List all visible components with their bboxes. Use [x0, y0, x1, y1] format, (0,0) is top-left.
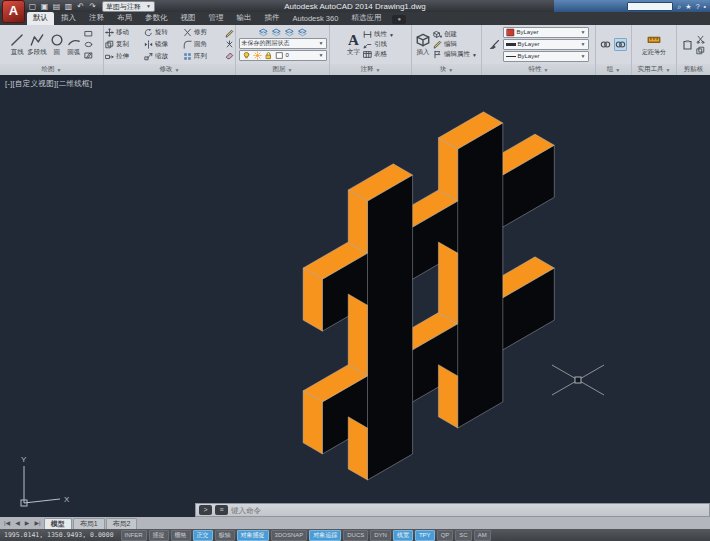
ribbon-tab-7[interactable]: 输出	[231, 12, 258, 25]
search-icon[interactable]: ⌕	[677, 1, 681, 12]
modify-tool-6[interactable]: 拉伸	[105, 52, 144, 61]
cut-icon[interactable]	[696, 35, 705, 44]
redo-icon[interactable]: ↷	[88, 1, 97, 12]
modify-tool-7[interactable]: 缩放	[144, 52, 183, 61]
match-properties-icon[interactable]	[489, 39, 500, 50]
save-icon[interactable]: ▤	[52, 1, 61, 12]
next-layout-icon[interactable]: ▶	[23, 518, 32, 529]
star-icon[interactable]: ★	[685, 1, 691, 12]
text-button[interactable]: A 文字	[347, 33, 360, 57]
object-color-dropdown[interactable]: ByLayer▼	[503, 27, 589, 38]
status-toggle-0[interactable]: INFER	[121, 530, 147, 541]
line-button[interactable]: 直线	[10, 33, 24, 57]
ribbon-options-icon[interactable]: ●	[392, 15, 406, 24]
edit-block-button[interactable]: 编辑	[433, 40, 477, 49]
layer-dropdown[interactable]: 0▼	[239, 50, 327, 61]
panel-label-modify[interactable]: 修改▼	[104, 64, 235, 75]
paste-icon[interactable]	[682, 39, 693, 50]
layer-off-icon[interactable]	[272, 28, 281, 37]
status-toggle-8[interactable]: DUCS	[343, 530, 368, 541]
modify-tool-3[interactable]: 复制	[105, 40, 144, 49]
viewport-controls[interactable]: [-][自定义视图][二维线框]	[5, 79, 92, 89]
status-toggle-10[interactable]: 线宽	[393, 530, 413, 541]
status-toggle-12[interactable]: QP	[437, 530, 454, 541]
layer-state-dropdown[interactable]: 未保存的图层状态▼	[239, 38, 327, 49]
layout-tab-2[interactable]: 布局2	[106, 518, 138, 529]
panel-label-layers[interactable]: 图层▼	[236, 64, 329, 75]
command-prompt-icon[interactable]: >	[199, 505, 212, 515]
hatch-icon[interactable]	[84, 51, 93, 60]
modify-tool-8[interactable]: 阵列	[183, 52, 222, 61]
app-menu-button[interactable]: A	[2, 0, 25, 23]
edit-attr-button[interactable]: 编辑属性▼	[433, 50, 477, 59]
circle-button[interactable]: 圆	[50, 33, 64, 57]
layer-isolate-icon[interactable]	[285, 28, 294, 37]
workspace-switcher[interactable]: 草图与注释 ▼	[102, 1, 155, 12]
layout-tab-0[interactable]: 模型	[44, 518, 72, 529]
ribbon-tab-6[interactable]: 管理	[203, 12, 230, 25]
panel-label-annotation[interactable]: 注释▼	[330, 64, 411, 75]
table-button[interactable]: 表格	[363, 50, 394, 59]
open-icon[interactable]: ▣	[40, 1, 49, 12]
layer-properties-icon[interactable]	[259, 28, 268, 37]
status-toggle-2[interactable]: 栅格	[171, 530, 191, 541]
modify-tool-2[interactable]: 修剪	[183, 28, 222, 37]
ellipse-icon[interactable]	[84, 40, 93, 49]
layer-freeze-icon[interactable]	[298, 28, 307, 37]
explode-icon[interactable]	[225, 40, 234, 49]
modify-tool-4[interactable]: 镜像	[144, 40, 183, 49]
modify-tool-5[interactable]: 圆角	[183, 40, 222, 49]
rectangle-icon[interactable]	[84, 29, 93, 38]
infocenter-search-input[interactable]	[627, 2, 673, 11]
modify-tool-1[interactable]: 旋转	[144, 28, 183, 37]
insert-block-button[interactable]: 插入	[416, 33, 430, 57]
ribbon-tab-8[interactable]: 插件	[259, 12, 286, 25]
plot-icon[interactable]: ▥	[64, 1, 73, 12]
panel-label-block[interactable]: 块▼	[412, 64, 481, 75]
modify-tool-0[interactable]: 移动	[105, 28, 144, 37]
panel-label-group[interactable]: 组▼	[596, 64, 631, 75]
last-layout-icon[interactable]: ▶|	[32, 518, 42, 529]
status-toggle-6[interactable]: 3DOSNAP	[271, 530, 308, 541]
panel-label-clipboard[interactable]: 剪贴板	[677, 64, 710, 75]
status-toggle-9[interactable]: DYN	[370, 530, 391, 541]
layout-tab-1[interactable]: 布局1	[73, 518, 105, 529]
ribbon-tab-2[interactable]: 注释	[83, 12, 110, 25]
command-customize-icon[interactable]: ≡	[215, 505, 228, 515]
lineweight-dropdown[interactable]: ByLayer▼	[503, 39, 589, 50]
status-toggle-13[interactable]: SC	[455, 530, 471, 541]
command-input[interactable]	[231, 505, 706, 516]
panel-label-utilities[interactable]: 实用工具▼	[632, 64, 676, 75]
new-icon[interactable]: ▢	[28, 1, 37, 12]
ribbon-tab-5[interactable]: 视图	[175, 12, 202, 25]
ribbon-tab-10[interactable]: 精选应用	[345, 12, 387, 25]
status-toggle-5[interactable]: 对象捕捉	[237, 530, 269, 541]
ribbon-tab-3[interactable]: 布局	[111, 12, 138, 25]
status-toggle-14[interactable]: AM	[474, 530, 491, 541]
prev-layout-icon[interactable]: ◀	[13, 518, 22, 529]
ribbon-tab-9[interactable]: Autodesk 360	[287, 13, 345, 25]
pencil-icon[interactable]	[225, 29, 234, 38]
polyline-button[interactable]: 多段线	[27, 33, 47, 57]
copy-small-icon[interactable]	[696, 46, 705, 55]
status-toggle-11[interactable]: TPY	[415, 530, 435, 541]
status-toggle-4[interactable]: 极轴	[215, 530, 235, 541]
measure-button[interactable]: 定距等分	[642, 33, 666, 57]
group-icon[interactable]	[600, 39, 611, 50]
help-icon[interactable]: ?	[696, 1, 700, 12]
arc-button[interactable]: 圆弧	[67, 33, 81, 57]
panel-label-draw[interactable]: 绘图▼	[0, 64, 103, 75]
first-layout-icon[interactable]: |◀	[2, 518, 12, 529]
linetype-dropdown[interactable]: ByLayer▼	[503, 51, 589, 62]
status-toggle-3[interactable]: 正交	[193, 530, 213, 541]
panel-label-properties[interactable]: 特性▼	[482, 64, 595, 75]
ribbon-tab-4[interactable]: 参数化	[139, 12, 174, 25]
ribbon-tab-1[interactable]: 插入	[55, 12, 82, 25]
ribbon-tab-0[interactable]: 默认	[27, 12, 54, 25]
model-space-canvas[interactable]: Y X	[0, 75, 710, 517]
linear-dim-button[interactable]: 线性▼	[363, 30, 394, 39]
status-toggle-1[interactable]: 捕捉	[149, 530, 169, 541]
undo-icon[interactable]: ↶	[76, 1, 85, 12]
create-block-button[interactable]: 创建	[433, 30, 477, 39]
leader-button[interactable]: 引线	[363, 40, 394, 49]
